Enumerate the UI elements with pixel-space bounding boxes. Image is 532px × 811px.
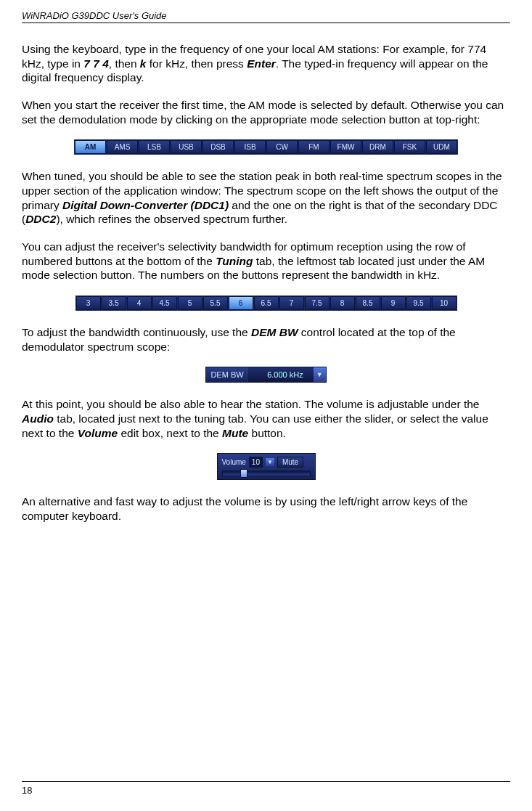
mode-button-ams[interactable]: AMS: [107, 140, 138, 154]
mode-button-am[interactable]: AM: [75, 140, 106, 154]
bandwidth-button-8[interactable]: 8: [330, 296, 355, 310]
bandwidth-button-5[interactable]: 5: [178, 296, 202, 310]
mode-button-cw[interactable]: CW: [266, 140, 298, 154]
bandwidth-button-5-5[interactable]: 5.5: [203, 296, 228, 310]
page-header: WiNRADiO G39DDC User's Guide: [22, 10, 510, 23]
figure-dembw-control: DEM BW 6.000 kHz ▼: [22, 367, 510, 383]
mode-button-dsb[interactable]: DSB: [202, 140, 234, 154]
mode-button-usb[interactable]: USB: [171, 140, 202, 154]
bandwidth-button-7[interactable]: 7: [279, 296, 304, 310]
volume-slider-thumb[interactable]: [240, 469, 247, 478]
paragraph-mode-intro: When you start the receiver the first ti…: [22, 98, 510, 126]
bandwidth-button-4[interactable]: 4: [127, 296, 152, 310]
page-footer: 18: [22, 781, 510, 796]
paragraph-arrow-keys: An alternative and fast way to adjust th…: [22, 494, 510, 523]
dembw-value-field[interactable]: 6.000 kHz: [248, 367, 314, 382]
mode-button-drm[interactable]: DRM: [362, 140, 393, 154]
volume-value-field[interactable]: 10: [249, 457, 263, 468]
mode-button-isb[interactable]: ISB: [234, 140, 266, 154]
volume-label: Volume: [222, 458, 246, 466]
bandwidth-button-3-5[interactable]: 3.5: [102, 296, 126, 310]
bandwidth-button-6-5[interactable]: 6.5: [254, 296, 279, 310]
figure-volume-control: Volume 10 ▼ Mute: [22, 453, 510, 480]
paragraph-ddc: When tuned, you should be able to see th…: [22, 169, 510, 227]
mode-button-lsb[interactable]: LSB: [139, 140, 170, 154]
mute-button[interactable]: Mute: [277, 457, 303, 468]
mode-button-fm[interactable]: FM: [298, 140, 330, 154]
bandwidth-button-8-5[interactable]: 8.5: [356, 296, 380, 310]
bandwidth-button-6[interactable]: 6: [229, 296, 253, 310]
dembw-label: DEM BW: [206, 367, 247, 382]
figure-bandwidth-buttons: 33.544.555.566.577.588.599.510: [22, 296, 510, 311]
mode-button-udm[interactable]: UDM: [426, 140, 457, 154]
volume-slider[interactable]: [222, 470, 311, 476]
paragraph-bandwidth: You can adjust the receiver's selectivit…: [22, 240, 510, 282]
paragraph-dembw: To adjust the bandwidth continuously, us…: [22, 325, 510, 354]
paragraph-audio: At this point, you should be also able t…: [22, 397, 510, 440]
paragraph-frequency-entry: Using the keyboard, type in the frequenc…: [22, 42, 510, 85]
page-number: 18: [22, 785, 32, 796]
bandwidth-button-3[interactable]: 3: [76, 296, 101, 310]
figure-mode-buttons: AMAMSLSBUSBDSBISBCWFMFMWDRMFSKUDM: [22, 139, 510, 155]
bandwidth-button-4-5[interactable]: 4.5: [152, 296, 177, 310]
dembw-dropdown-button[interactable]: ▼: [314, 367, 326, 382]
mode-button-fmw[interactable]: FMW: [330, 140, 361, 154]
bandwidth-button-9[interactable]: 9: [381, 296, 406, 310]
bandwidth-button-7-5[interactable]: 7.5: [305, 296, 330, 310]
volume-dropdown-button[interactable]: ▼: [266, 458, 274, 466]
mode-button-fsk[interactable]: FSK: [394, 140, 425, 154]
bandwidth-button-10[interactable]: 10: [432, 296, 457, 310]
bandwidth-button-9-5[interactable]: 9.5: [406, 296, 431, 310]
